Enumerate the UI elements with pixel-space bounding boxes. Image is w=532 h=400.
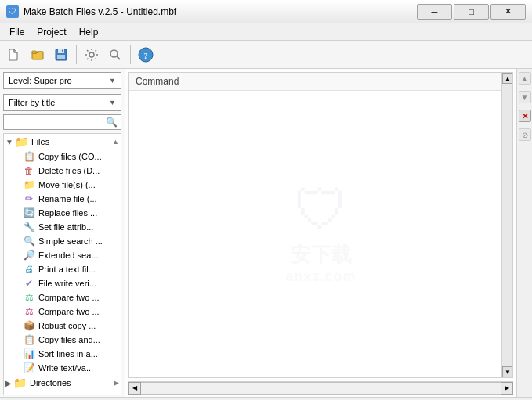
svg-rect-5 bbox=[58, 49, 64, 53]
right-panel: ▲ ▼ Command 🛡 安下载 anxz.com ◀ ▶ bbox=[125, 69, 516, 397]
list-item[interactable]: 📋 Copy files (CO... bbox=[20, 150, 121, 164]
compare1-label: Compare two ... bbox=[38, 293, 100, 302]
scroll-down-arrow[interactable]: ▼ bbox=[502, 366, 513, 377]
list-item[interactable]: 📁 Move file(s) (... bbox=[20, 178, 121, 192]
files-items: 📋 Copy files (CO... 🗑 Delete files (D...… bbox=[4, 150, 121, 375]
verify-label: File write veri... bbox=[38, 279, 96, 288]
new-button[interactable] bbox=[3, 44, 25, 66]
command-body: 🛡 安下载 anxz.com bbox=[129, 91, 512, 372]
list-item[interactable]: ✏ Rename file (... bbox=[20, 192, 121, 206]
list-item[interactable]: 📋 Copy files and... bbox=[20, 333, 121, 347]
tree-group-directories[interactable]: ▶ 📁 Directories ▶ bbox=[4, 375, 121, 391]
search-input[interactable] bbox=[7, 117, 106, 127]
move-files-icon: 📁 bbox=[23, 178, 35, 191]
replace-files-icon: 🔄 bbox=[23, 207, 35, 219]
print-label: Print a text fil... bbox=[38, 265, 96, 274]
title-bar-text: Make Batch Files v.2.5 - Untitled.mbf bbox=[24, 6, 176, 17]
watermark: 🛡 安下载 anxz.com bbox=[285, 178, 356, 285]
menu-help[interactable]: Help bbox=[73, 25, 105, 39]
settings-button[interactable] bbox=[81, 44, 103, 66]
command-header: Command bbox=[129, 73, 512, 91]
list-item[interactable]: 🔎 Extended sea... bbox=[20, 248, 121, 262]
far-right-down-btn[interactable]: ▼ bbox=[519, 91, 531, 103]
list-item[interactable]: 🔍 Simple search ... bbox=[20, 234, 121, 248]
delete-files-label: Delete files (D... bbox=[38, 166, 100, 175]
set-attrib-icon: 🔧 bbox=[23, 221, 35, 233]
directories-scroll-right[interactable]: ▶ bbox=[114, 379, 119, 387]
status-bar bbox=[0, 397, 532, 400]
print-icon: 🖨 bbox=[23, 263, 35, 276]
scroll-track-horiz bbox=[141, 382, 501, 395]
filter-dropdown-arrow: ▼ bbox=[109, 99, 116, 106]
list-item[interactable]: ⚖ Compare two ... bbox=[20, 290, 121, 305]
app-icon: 🛡 bbox=[6, 5, 19, 18]
list-item[interactable]: 📦 Robust copy ... bbox=[20, 319, 121, 333]
copyfiles-icon: 📋 bbox=[23, 333, 35, 346]
toolbar: ? bbox=[0, 41, 532, 69]
find-button[interactable] bbox=[104, 44, 126, 66]
toolbar-separator-1 bbox=[76, 45, 77, 64]
search-icon: 🔍 bbox=[106, 117, 118, 128]
rename-file-label: Rename file (... bbox=[38, 194, 97, 204]
far-right-close-btn[interactable]: ✕ bbox=[519, 110, 531, 122]
maximize-button[interactable]: □ bbox=[454, 4, 489, 20]
scroll-right-arrow[interactable]: ▶ bbox=[501, 382, 513, 395]
directories-group-label: Directories bbox=[30, 378, 71, 387]
compare2-icon: ⚖ bbox=[23, 305, 35, 318]
far-right-panel: ▲ ▼ ✕ ⊘ bbox=[516, 69, 532, 397]
move-files-label: Move file(s) (... bbox=[38, 180, 96, 189]
robust-icon: 📦 bbox=[23, 319, 35, 332]
directories-chevron: ▶ bbox=[5, 379, 12, 387]
open-button[interactable] bbox=[27, 44, 49, 66]
write-icon: 📝 bbox=[23, 362, 35, 374]
verify-icon: ✔ bbox=[23, 277, 35, 290]
simple-search-icon: 🔍 bbox=[23, 235, 35, 247]
list-item[interactable]: 🔧 Set file attrib... bbox=[20, 220, 121, 234]
list-item[interactable]: ✔ File write veri... bbox=[20, 276, 121, 290]
files-group-label: Files bbox=[31, 137, 49, 146]
list-item[interactable]: 🗑 Delete files (D... bbox=[20, 164, 121, 178]
tree-view[interactable]: ▼ 📁 Files ▲ 📋 Copy files (CO... 🗑 Delete… bbox=[3, 133, 121, 395]
command-header-text: Command bbox=[136, 76, 179, 87]
list-item[interactable]: ⚖ Compare two ... bbox=[20, 305, 121, 319]
list-item[interactable]: 📝 Write text/va... bbox=[20, 361, 121, 375]
far-right-stop-btn[interactable]: ⊘ bbox=[519, 128, 531, 141]
list-item[interactable]: 📊 Sort lines in a... bbox=[20, 347, 121, 361]
scroll-left-arrow[interactable]: ◀ bbox=[128, 382, 141, 395]
svg-point-8 bbox=[89, 52, 94, 57]
level-dropdown-arrow: ▼ bbox=[109, 77, 116, 85]
watermark-cn-text: 安下载 bbox=[285, 241, 356, 268]
write-label: Write text/va... bbox=[38, 363, 93, 373]
rename-file-icon: ✏ bbox=[23, 193, 35, 205]
files-scroll-up[interactable]: ▲ bbox=[112, 138, 119, 146]
svg-text:?: ? bbox=[143, 50, 148, 59]
search-box: 🔍 bbox=[3, 114, 121, 130]
main-content: Level: Super pro ▼ Filter by title ▼ 🔍 ▼… bbox=[0, 69, 532, 397]
save-button[interactable] bbox=[50, 44, 72, 66]
compare1-icon: ⚖ bbox=[23, 291, 35, 304]
watermark-icon: 🛡 bbox=[285, 178, 356, 241]
copy-files-label: Copy files (CO... bbox=[38, 152, 102, 161]
filter-selector[interactable]: Filter by title ▼ bbox=[3, 94, 121, 111]
svg-rect-3 bbox=[32, 51, 36, 53]
level-selector[interactable]: Level: Super pro ▼ bbox=[3, 72, 121, 89]
help-button[interactable]: ? bbox=[135, 44, 157, 66]
sort-icon: 📊 bbox=[23, 348, 35, 360]
files-folder-icon: 📁 bbox=[15, 135, 28, 148]
tree-group-files[interactable]: ▼ 📁 Files ▲ bbox=[4, 134, 121, 150]
set-attrib-label: Set file attrib... bbox=[38, 222, 93, 232]
list-item[interactable]: 🖨 Print a text fil... bbox=[20, 262, 121, 276]
menu-file[interactable]: File bbox=[3, 25, 31, 39]
minimize-button[interactable]: ─ bbox=[417, 4, 452, 20]
close-button[interactable]: ✕ bbox=[490, 4, 526, 20]
files-chevron: ▼ bbox=[5, 138, 13, 146]
scroll-up-arrow[interactable]: ▲ bbox=[502, 73, 513, 84]
scroll-track-vert bbox=[502, 84, 512, 366]
far-right-up-btn[interactable]: ▲ bbox=[519, 72, 531, 85]
copy-files-icon: 📋 bbox=[23, 150, 35, 163]
compare2-label: Compare two ... bbox=[38, 307, 100, 316]
list-item[interactable]: 🔄 Replace files ... bbox=[20, 206, 121, 220]
copyfiles-label: Copy files and... bbox=[38, 335, 100, 344]
menu-project[interactable]: Project bbox=[31, 25, 72, 39]
title-bar-left: 🛡 Make Batch Files v.2.5 - Untitled.mbf bbox=[6, 5, 176, 18]
